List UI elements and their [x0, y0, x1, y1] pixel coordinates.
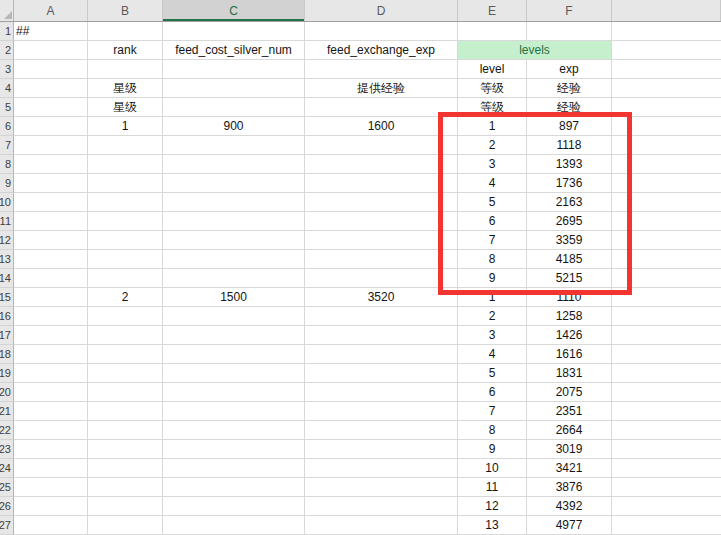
cell-C9[interactable] [163, 174, 305, 193]
cell-C4[interactable] [163, 79, 305, 98]
cell-G8[interactable] [612, 155, 721, 174]
cell-C26[interactable] [163, 497, 305, 516]
cell-G11[interactable] [612, 212, 721, 231]
select-all-corner[interactable] [0, 0, 14, 21]
cell-B7[interactable] [88, 136, 163, 155]
column-header-g[interactable] [612, 0, 721, 21]
cell-B25[interactable] [88, 478, 163, 497]
cell-B14[interactable] [88, 269, 163, 288]
cell-C3[interactable] [163, 60, 305, 79]
cell-E12[interactable]: 7 [458, 231, 527, 250]
cell-B15[interactable]: 2 [88, 288, 163, 307]
row-header-23[interactable]: 23 [0, 440, 14, 459]
row-header-27[interactable]: 27 [0, 516, 14, 535]
cell-D19[interactable] [305, 364, 458, 383]
cell-B22[interactable] [88, 421, 163, 440]
cell-D27[interactable] [305, 516, 458, 535]
cell-F16[interactable]: 1258 [527, 307, 612, 326]
cell-E8[interactable]: 3 [458, 155, 527, 174]
cell-C5[interactable] [163, 98, 305, 117]
cell-F26[interactable]: 4392 [527, 497, 612, 516]
row-header-5[interactable]: 5 [0, 98, 14, 117]
cell-D6[interactable]: 1600 [305, 117, 458, 136]
cell-G4[interactable] [612, 79, 721, 98]
cell-F21[interactable]: 2351 [527, 402, 612, 421]
cell-D8[interactable] [305, 155, 458, 174]
row-header-15[interactable]: 15 [0, 288, 14, 307]
cell-G6[interactable] [612, 117, 721, 136]
cell-D1[interactable] [305, 22, 458, 41]
cell-A24[interactable] [14, 459, 88, 478]
cell-C14[interactable] [163, 269, 305, 288]
cell-E17[interactable]: 3 [458, 326, 527, 345]
cell-A25[interactable] [14, 478, 88, 497]
cell-G26[interactable] [612, 497, 721, 516]
cell-F19[interactable]: 1831 [527, 364, 612, 383]
row-header-16[interactable]: 16 [0, 307, 14, 326]
cell-F9[interactable]: 1736 [527, 174, 612, 193]
cell-F4[interactable]: 经验 [527, 79, 612, 98]
cell-A11[interactable] [14, 212, 88, 231]
cell-G9[interactable] [612, 174, 721, 193]
cell-A14[interactable] [14, 269, 88, 288]
cell-F15[interactable]: 1110 [527, 288, 612, 307]
cell-A23[interactable] [14, 440, 88, 459]
cell-D14[interactable] [305, 269, 458, 288]
cell-G5[interactable] [612, 98, 721, 117]
cell-F27[interactable]: 4977 [527, 516, 612, 535]
cell-E14[interactable]: 9 [458, 269, 527, 288]
cell-D17[interactable] [305, 326, 458, 345]
cell-E1[interactable] [458, 22, 527, 41]
row-header-18[interactable]: 18 [0, 345, 14, 364]
cell-E13[interactable]: 8 [458, 250, 527, 269]
cell-E15[interactable]: 1 [458, 288, 527, 307]
cell-D13[interactable] [305, 250, 458, 269]
cell-F11[interactable]: 2695 [527, 212, 612, 231]
cell-E9[interactable]: 4 [458, 174, 527, 193]
cell-D26[interactable] [305, 497, 458, 516]
cell-C23[interactable] [163, 440, 305, 459]
cell-A6[interactable] [14, 117, 88, 136]
cell-B24[interactable] [88, 459, 163, 478]
cell-G23[interactable] [612, 440, 721, 459]
cell-C19[interactable] [163, 364, 305, 383]
cell-C1[interactable] [163, 22, 305, 41]
cell-G7[interactable] [612, 136, 721, 155]
cell-F12[interactable]: 3359 [527, 231, 612, 250]
cell-B12[interactable] [88, 231, 163, 250]
cell-B21[interactable] [88, 402, 163, 421]
cell-G18[interactable] [612, 345, 721, 364]
cell-F10[interactable]: 2163 [527, 193, 612, 212]
cell-E3[interactable]: level [458, 60, 527, 79]
row-header-22[interactable]: 22 [0, 421, 14, 440]
cell-F23[interactable]: 3019 [527, 440, 612, 459]
cell-G16[interactable] [612, 307, 721, 326]
cell-G22[interactable] [612, 421, 721, 440]
cell-E6[interactable]: 1 [458, 117, 527, 136]
row-header-8[interactable]: 8 [0, 155, 14, 174]
column-header-e[interactable]: E [458, 0, 527, 21]
cell-G24[interactable] [612, 459, 721, 478]
cell-G15[interactable] [612, 288, 721, 307]
cell-A13[interactable] [14, 250, 88, 269]
cell-A21[interactable] [14, 402, 88, 421]
cell-E16[interactable]: 2 [458, 307, 527, 326]
cell-D23[interactable] [305, 440, 458, 459]
cell-D15[interactable]: 3520 [305, 288, 458, 307]
cell-G25[interactable] [612, 478, 721, 497]
cell-D20[interactable] [305, 383, 458, 402]
cell-C12[interactable] [163, 231, 305, 250]
cell-E4[interactable]: 等级 [458, 79, 527, 98]
cell-A10[interactable] [14, 193, 88, 212]
cell-C10[interactable] [163, 193, 305, 212]
cell-A19[interactable] [14, 364, 88, 383]
cell-A17[interactable] [14, 326, 88, 345]
cell-D11[interactable] [305, 212, 458, 231]
cell-E10[interactable]: 5 [458, 193, 527, 212]
cell-E21[interactable]: 7 [458, 402, 527, 421]
cell-E5[interactable]: 等级 [458, 98, 527, 117]
cell-C16[interactable] [163, 307, 305, 326]
cell-C11[interactable] [163, 212, 305, 231]
row-header-11[interactable]: 11 [0, 212, 14, 231]
cell-E2[interactable]: levels [458, 41, 612, 60]
